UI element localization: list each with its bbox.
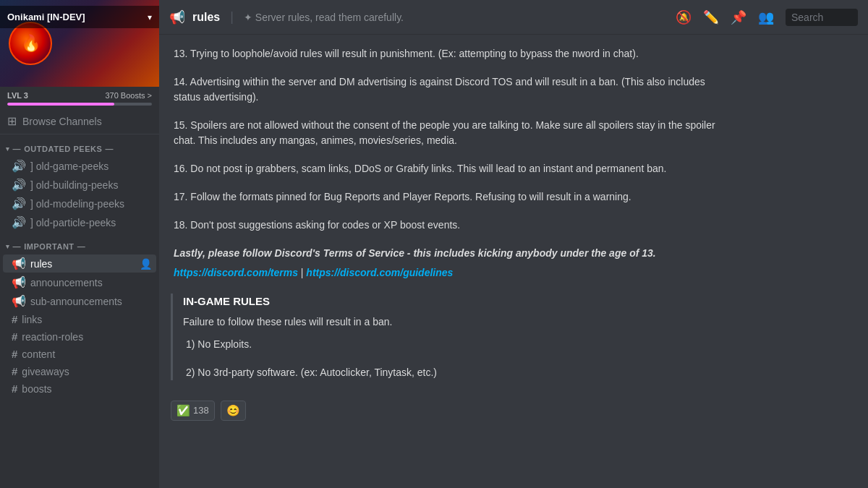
boost-count: 370 Boosts > [105, 91, 152, 100]
rule-18-text: 18. Don't post suggestions asking for co… [174, 219, 460, 231]
reactions-bar: ✅ 138 😊 [171, 393, 720, 432]
search-box[interactable]: Search [786, 9, 858, 26]
hash-icon-boosts: # [12, 382, 17, 395]
messages-area[interactable]: 13. Trying to loophole/avoid rules will … [159, 35, 868, 488]
channel-name-rules: rules [30, 258, 52, 270]
search-placeholder: Search [791, 12, 823, 23]
channel-item-content[interactable]: # content [3, 346, 156, 362]
server-header[interactable]: 🔥 Onikami [IN-DEV] ▾ [0, 0, 159, 87]
boost-level: LVL 3 [7, 91, 28, 100]
channel-name-old-modeling-peeks: ] old-modeling-peeks [30, 198, 124, 210]
voice-icon: 🔊 [12, 178, 26, 192]
category-important[interactable]: ▾ — IMPORTANT — [0, 232, 159, 254]
server-name: Onikami [IN-DEV] [7, 12, 85, 22]
channel-name-content: content [22, 348, 55, 360]
category-dash-left: — [13, 145, 22, 153]
main-content: 📢 rules | ✦ Server rules, read them care… [159, 0, 868, 488]
browse-channels-label: Browse Channels [22, 116, 102, 127]
boost-progress-fill [7, 103, 114, 106]
chevron-down-icon: ▾ [148, 12, 152, 22]
channel-item-reaction-roles[interactable]: # reaction-roles [3, 328, 156, 345]
edit-icon[interactable]: ✏️ [703, 9, 719, 25]
boost-bar-area: LVL 3 370 Boosts > [0, 87, 159, 108]
in-game-rule-1: 1) No Exploits. [183, 337, 720, 352]
rule-13-text: 13. Trying to loophole/avoid rules will … [174, 48, 639, 59]
in-game-rule-2: 2) No 3rd-party software. (ex: Autoclick… [183, 365, 720, 380]
channel-name-old-building-peeks: ] old-building-peeks [30, 179, 118, 191]
text-channel-icon-rules: 📢 [12, 257, 26, 270]
category-dash-important-right: — [77, 242, 86, 251]
server-logo: 🔥 [9, 22, 52, 65]
topbar-actions: 🔕 ✏️ 📌 👥 Search [676, 9, 858, 26]
channel-name-boosts: boosts [22, 383, 51, 395]
channel-item-rules[interactable]: 📢 rules 👤 [3, 254, 156, 273]
rule-15: 15. Spoilers are not allowed without the… [171, 118, 720, 148]
boost-row: LVL 3 370 Boosts > [7, 91, 152, 100]
category-arrow-icon: ▾ [6, 145, 10, 153]
browse-channels-button[interactable]: ⊞ Browse Channels [0, 108, 159, 134]
channels-list: ▾ — OUTDATED PEEKS — 🔊 ] old-game-peeks … [0, 134, 159, 488]
mute-icon[interactable]: 🔕 [676, 9, 692, 25]
channel-name-giveaways: giveaways [22, 366, 69, 377]
channel-item-announcements[interactable]: 📢 announcements [3, 273, 156, 291]
boost-progress-bar [7, 103, 152, 106]
hash-icon-links: # [12, 313, 17, 325]
browse-icon: ⊞ [7, 114, 17, 128]
rule-15-text: 15. Spoilers are not allowed without the… [174, 119, 715, 146]
in-game-title: IN-GAME RULES [183, 294, 720, 310]
channel-item-old-game-peeks[interactable]: 🔊 ] old-game-peeks [3, 157, 156, 175]
rules-content: 13. Trying to loophole/avoid rules will … [171, 46, 720, 431]
voice-icon: 🔊 [12, 197, 26, 210]
category-dash-right: — [105, 145, 114, 153]
hash-icon-giveaways: # [12, 365, 17, 377]
topbar-topic: ✦ Server rules, read them carefully. [244, 12, 668, 23]
in-game-section: IN-GAME RULES Failure to follow these ru… [171, 294, 720, 380]
rule-18: 18. Don't post suggestions asking for co… [171, 218, 720, 233]
channel-name-old-game-peeks: ] old-game-peeks [30, 160, 109, 172]
channel-name-announcements: announcements [30, 277, 103, 288]
topbar-divider: | [230, 9, 234, 25]
text-channel-icon-announcements: 📢 [12, 275, 26, 289]
members-icon[interactable]: 👥 [758, 9, 774, 25]
channel-name-sub-announcements: sub-announcements [30, 296, 122, 307]
channel-item-giveaways[interactable]: # giveaways [3, 363, 156, 380]
rule-14: 14. Advertising within the server and DM… [171, 74, 720, 105]
category-dash-important-left: — [13, 242, 22, 251]
checkmark-emoji: ✅ [176, 403, 190, 419]
category-label-outdated-peeks: OUTDATED PEEKS [24, 145, 102, 153]
tos-note: Lastly, please follow Discord's Terms of… [171, 246, 720, 281]
channel-item-old-building-peeks[interactable]: 🔊 ] old-building-peeks [3, 176, 156, 194]
rule-17-text: 17. Follow the formats pinned for Bug Re… [174, 191, 631, 202]
channel-item-links[interactable]: # links [3, 311, 156, 328]
channel-item-old-particle-peeks[interactable]: 🔊 ] old-particle-peeks [3, 213, 156, 231]
channel-name-old-particle-peeks: ] old-particle-peeks [30, 217, 116, 228]
reaction-checkmark[interactable]: ✅ 138 [171, 401, 215, 421]
rule-16-text: 16. Do not post ip grabbers, scam links,… [174, 163, 666, 174]
channel-item-old-modeling-peeks[interactable]: 🔊 ] old-modeling-peeks [3, 194, 156, 213]
category-outdated-peeks[interactable]: ▾ — OUTDATED PEEKS — [0, 134, 159, 156]
add-member-icon[interactable]: 👤 [140, 258, 152, 270]
tos-links: https://discord.com/terms | https://disc… [174, 265, 720, 281]
smile-emoji: 😊 [226, 403, 240, 419]
category-arrow-important-icon: ▾ [6, 243, 10, 250]
rule-14-text: 14. Advertising within the server and DM… [174, 76, 705, 103]
tos-note-text: Lastly, please follow Discord's Terms of… [174, 246, 720, 261]
rule-13: 13. Trying to loophole/avoid rules will … [171, 46, 720, 61]
server-name-bar[interactable]: Onikami [IN-DEV] ▾ [0, 6, 159, 28]
tos-link-terms[interactable]: https://discord.com/terms [174, 267, 298, 278]
voice-icon: 🔊 [12, 159, 26, 173]
reaction-smile[interactable]: 😊 [221, 401, 246, 421]
pin-icon[interactable]: 📌 [731, 9, 746, 25]
rule-16: 16. Do not post ip grabbers, scam links,… [171, 161, 720, 176]
tos-link-guidelines[interactable]: https://discord.com/guidelines [306, 267, 453, 278]
channel-item-sub-announcements[interactable]: 📢 sub-announcements [3, 292, 156, 310]
channel-item-boosts[interactable]: # boosts [3, 380, 156, 397]
hash-icon-reaction-roles: # [12, 330, 17, 343]
topbar-channel-name: rules [192, 11, 220, 24]
sidebar: 🔥 Onikami [IN-DEV] ▾ LVL 3 370 Boosts > … [0, 0, 159, 488]
hash-icon-content: # [12, 348, 17, 360]
channel-name-links: links [22, 314, 42, 325]
topbar: 📢 rules | ✦ Server rules, read them care… [159, 0, 868, 35]
channel-name-reaction-roles: reaction-roles [22, 331, 83, 343]
reaction-checkmark-count: 138 [193, 403, 209, 418]
